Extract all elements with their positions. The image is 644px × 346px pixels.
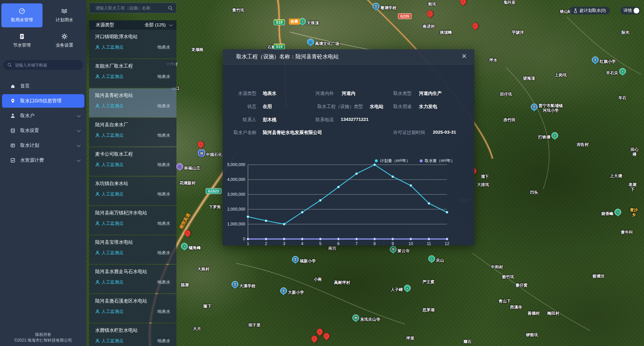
module-tile-doc[interactable]: 节水管理: [1, 29, 43, 53]
map-label: ⌂高塘文化广场: [307, 39, 339, 48]
sidebar-item-home[interactable]: 首页: [2, 79, 84, 93]
water-source-type: 地表水: [157, 162, 170, 168]
station-name: 麦卡公司取水工程: [95, 151, 170, 157]
person-icon: [95, 74, 100, 79]
svg-text:4: 4: [301, 241, 304, 246]
map-label: 锣鼓坑: [526, 332, 538, 337]
mountain-poi-icon: ▲: [299, 18, 306, 27]
svg-text:12: 12: [445, 241, 449, 246]
toggle-knob[interactable]: [634, 8, 639, 14]
sidebar-item-db[interactable]: 取水设置: [2, 124, 84, 137]
monitor-type: 人工监测点: [95, 309, 123, 315]
legend-item-planned[interactable]: 计划量（m³/年）: [375, 158, 410, 164]
station-name: 陆河县南万镇杞洋水电站: [95, 210, 170, 216]
map-label: 文大溪学校: [232, 281, 256, 290]
field-label: 许可证过期时间: [378, 130, 425, 136]
temple-poi-icon: 寺: [353, 315, 359, 324]
map-label: 际光: [621, 30, 629, 35]
map-label: 烧香峰▲: [601, 209, 621, 218]
station-list-item[interactable]: 陆河县水唇走马石水电站人工监测点地表水: [89, 265, 176, 293]
map-label: 文大新小学: [280, 288, 304, 297]
monitor-type: 人工监测点: [95, 103, 123, 109]
station-list-item[interactable]: 麦卡公司取水工程人工监测点地表水: [89, 147, 176, 176]
over-plan-water-badge[interactable]: 超计划取水(0): [569, 7, 610, 15]
station-list-item[interactable]: 陆河县宝塔水电站人工监测点地表水: [89, 235, 176, 264]
water-source-type: 地表水: [157, 279, 170, 285]
station-list-item[interactable]: 陆河县南万镇杞洋水电站人工监测点地表水: [89, 206, 176, 235]
map-label: ▲尖山: [428, 256, 444, 265]
module-tile-clock[interactable]: 取用水管理: [1, 3, 43, 27]
legend-item-actual[interactable]: 取水量（m³/年）: [420, 158, 455, 164]
svg-text:6: 6: [337, 241, 340, 246]
detail-toggle[interactable]: 详情: [620, 7, 640, 15]
station-list-item[interactable]: 陆河县激石溪老区水电站人工监测点地表水: [89, 294, 176, 323]
copyright: 版权所有 ©2021 珠海市仁智科技有限公司: [0, 332, 86, 343]
station-detail-modal: 取水工程（设施）名称：陆河县青砼水电站 ✕ 水源类型 地表水 河道内外 河道内 …: [223, 49, 474, 245]
field-value: 河道内: [342, 90, 356, 97]
water-source-type: 地表水: [157, 338, 170, 344]
tile-label: 节水管理: [13, 42, 31, 48]
map-label: 打铁塘▲: [538, 132, 558, 141]
map-label: 老屋下: [627, 182, 638, 192]
station-name: 陆河县激石溪老区水电站: [95, 298, 170, 304]
station-list-item[interactable]: 陆河县自来水厂人工监测点地表水: [89, 118, 176, 147]
water-source-filter[interactable]: 水源类型 全部 (125): [89, 20, 176, 30]
modal-title: 取水工程（设施）名称：陆河县青砼水电站: [236, 49, 339, 64]
field-value: 河道内生产: [419, 90, 442, 97]
map-label: 严王窝: [422, 280, 435, 284]
station-search[interactable]: [89, 3, 176, 13]
pin-icon: [10, 98, 16, 104]
school-poi-icon: 文: [592, 57, 599, 66]
module-tile-waves[interactable]: 计划用水: [44, 3, 85, 27]
chart-legend: 计划量（m³/年） 取水量（m³/年）: [375, 158, 455, 164]
person-icon: [95, 45, 100, 50]
map-label: 大路村: [197, 267, 209, 271]
culture-poi-icon: ⌂: [307, 39, 314, 48]
station-name: 陆河县青砼水电站: [95, 92, 170, 99]
station-list-item[interactable]: 河口镇唱歌潭水电站人工监测点地表水: [89, 30, 176, 58]
user-icon: [10, 113, 16, 118]
chevron-down-icon: [77, 128, 81, 132]
sidebar-search-input[interactable]: [14, 62, 66, 68]
water-source-type: 地表水: [157, 220, 170, 227]
sidebar-search[interactable]: [3, 60, 83, 70]
map-label: 中和村: [491, 265, 503, 269]
module-tile-gear[interactable]: 业务设置: [44, 29, 85, 53]
sidebar-item-card[interactable]: 取水计划: [2, 139, 84, 152]
filter-label: 水源类型: [96, 22, 114, 28]
map-label: 田仔坑: [500, 92, 512, 97]
station-name: 河口镇唱歌潭水电站: [95, 34, 170, 40]
station-list-item[interactable]: 友能水厂取水工程人工监测点地表水: [89, 59, 176, 88]
over-plan-label: 超计划取水(0): [580, 8, 606, 14]
station-list-item[interactable]: 陆河县青砼水电站人工监测点地表水: [89, 88, 176, 117]
map-label: 鬼叫岽: [503, 0, 515, 5]
map-label: 文墩塘学校: [373, 3, 397, 12]
mountain-poi-icon: ▲: [615, 209, 621, 218]
copyright-line2: ©2021 珠海市仁智科技有限公司: [0, 338, 86, 343]
map-label: 吉告村: [577, 142, 589, 147]
station-list-item[interactable]: 水唇镇水栏肚水电站人工监测点地表水: [89, 323, 176, 346]
menu-label: 取水设置: [20, 128, 39, 134]
map-label: 芋陂洋: [512, 30, 524, 35]
station-list: 河口镇唱歌潭水电站人工监测点地表水友能水厂取水工程人工监测点地表水陆河县青砼水电…: [89, 30, 176, 346]
field-label: 河道内外: [300, 90, 334, 97]
sidebar-item-chart[interactable]: 水资源计费: [2, 154, 84, 167]
tile-label: 计划用水: [56, 17, 73, 23]
sidebar-item-pin[interactable]: 取水口GIS信息管理: [2, 94, 84, 108]
field-label: 水源类型: [223, 90, 256, 97]
module-tiles: 取用水管理计划用水节水管理业务设置: [0, 0, 86, 53]
legend-dot: [375, 159, 378, 162]
station-search-input[interactable]: [95, 5, 168, 11]
monitor-type: 人工监测点: [95, 74, 123, 80]
school-poi-icon: 文: [373, 3, 380, 12]
close-icon[interactable]: ✕: [461, 52, 467, 60]
svg-text:5,000,000: 5,000,000: [227, 162, 246, 167]
map-label: 箭塘洼: [592, 274, 605, 278]
sidebar-item-user[interactable]: 取水户: [2, 109, 84, 123]
waves-icon: [61, 8, 68, 15]
db-icon: [10, 128, 16, 133]
map-label: 龙颈根: [191, 47, 203, 52]
station-list-item[interactable]: 东坑镇自来水站人工监测点地表水: [89, 177, 176, 205]
map-label: 文福新小学: [292, 256, 316, 265]
field-value: 彭木桃: [263, 117, 277, 123]
